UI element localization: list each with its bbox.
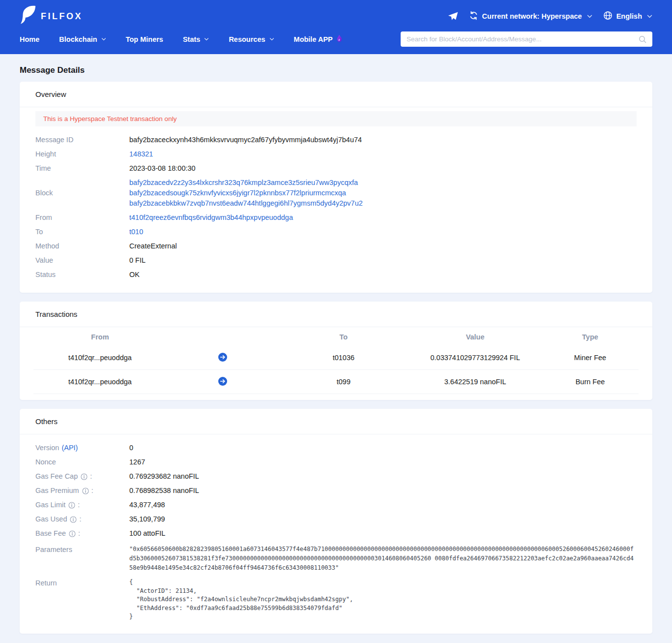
search-input[interactable]: [407, 35, 639, 43]
gas-fee-cap-value: 0.769293682 nanoFIL: [129, 471, 637, 482]
nav-home[interactable]: Home: [20, 35, 39, 43]
row-nonce: Nonce 1267: [35, 455, 637, 469]
row-block: Block bafy2bzacedv2z2y3s4lxkcrshr323q76k…: [35, 176, 637, 211]
row-to: To t010: [35, 225, 637, 239]
tx-value: 0.033741029773129924 FIL: [409, 354, 542, 362]
chevron-down-icon: [647, 15, 652, 18]
others-card-title: Others: [20, 409, 652, 434]
method-label: Method: [35, 241, 129, 251]
message-id-label: Message ID: [35, 135, 129, 145]
nav-blockchain[interactable]: Blockchain: [59, 35, 106, 43]
nav-stats[interactable]: Stats: [183, 35, 209, 43]
testnet-notice: This is a Hyperspace Testnet transaction…: [35, 111, 637, 126]
to-address-link[interactable]: t010: [129, 228, 143, 236]
others-card: Others Version (API) 0 Nonce 1267 Gas Fe…: [20, 409, 652, 634]
chevron-down-icon: [269, 38, 274, 41]
others-rows: Version (API) 0 Nonce 1267 Gas Fee Cap :…: [20, 434, 652, 634]
main-content: Message Details Overview This is a Hyper…: [0, 65, 672, 643]
height-link[interactable]: 148321: [129, 150, 153, 158]
info-icon[interactable]: [82, 488, 89, 494]
chevron-down-icon: [101, 38, 106, 41]
arrow-right-circle-icon: [218, 353, 227, 363]
gas-limit-value: 43,877,498: [129, 500, 637, 510]
row-time: Time 2023-03-08 18:00:30: [35, 161, 637, 176]
row-status: Status OK: [35, 268, 637, 282]
nav-resources-label: Resources: [229, 35, 265, 43]
row-height: Height 148321: [35, 147, 637, 161]
language-label: English: [616, 12, 642, 20]
transactions-table-header: From To Value Type: [33, 328, 639, 346]
tx-from: t410f2qr...peuoddga: [33, 378, 167, 386]
language-selector[interactable]: English: [603, 11, 652, 22]
row-gas-premium: Gas Premium : 0.768982538 nanoFIL: [35, 484, 637, 498]
transaction-row: t410f2qr...peuoddga t01036 0.03374102977…: [33, 346, 639, 370]
gas-premium-label: Gas Premium: [35, 486, 79, 496]
block-link[interactable]: bafy2bzacedsougk75zknvfyvicxs6jyigr7l2pk…: [129, 188, 637, 198]
nav-resources[interactable]: Resources: [229, 35, 274, 43]
page-title: Message Details: [20, 65, 652, 75]
gas-used-label: Gas Used: [35, 514, 67, 524]
search-icon[interactable]: [639, 35, 646, 43]
parameters-value: "0x60566050600b82828239805160001a6073146…: [129, 545, 637, 573]
nav-mobile-app[interactable]: Mobile APP: [294, 34, 343, 44]
row-parameters: Parameters "0x60566050600b82828239805160…: [35, 541, 637, 574]
value-label: Value: [35, 255, 129, 266]
gas-limit-label: Gas Limit: [35, 500, 65, 510]
return-label: Return: [35, 578, 129, 588]
nav-home-label: Home: [20, 35, 39, 43]
height-label: Height: [35, 149, 129, 159]
method-value: CreateExternal: [129, 241, 637, 251]
row-message-id: Message ID bafy2bzaceckxynh43h6mkksvrvuq…: [35, 133, 637, 147]
label-colon: :: [90, 471, 92, 482]
filfox-logo[interactable]: FILFOX: [20, 5, 83, 27]
block-label: Block: [35, 188, 129, 198]
network-selector[interactable]: Current network: Hyperspace: [469, 11, 592, 22]
status-value: OK: [129, 270, 637, 280]
column-value: Value: [409, 333, 542, 341]
parameters-label: Parameters: [35, 545, 129, 555]
row-base-fee: Base Fee : 100 attoFIL: [35, 526, 637, 541]
row-return: Return { "ActorID": 21134, "RobustAddres…: [35, 574, 637, 623]
row-value: Value 0 FIL: [35, 253, 637, 268]
gas-premium-value: 0.768982538 nanoFIL: [129, 486, 637, 496]
network-label: Current network: Hyperspace: [482, 12, 582, 20]
return-value: { "ActorID": 21134, "RobustAddress": "f2…: [129, 578, 637, 621]
block-link[interactable]: bafy2bzacebkbkw7zvqb7nvst6eadw744htlggeg…: [129, 198, 637, 209]
tx-to: t01036: [279, 354, 409, 362]
tx-from: t410f2qr...peuoddga: [33, 354, 167, 362]
chevron-down-icon: [587, 15, 592, 18]
row-from: From t410f2qreez6evnfbqs6rvidgwm3b44hpxp…: [35, 211, 637, 225]
info-icon[interactable]: [81, 473, 88, 480]
from-address-link[interactable]: t410f2qreez6evnfbqs6rvidgwm3b44hpxpvpeuo…: [129, 214, 293, 221]
base-fee-label: Base Fee: [35, 528, 66, 539]
version-value: 0: [129, 443, 637, 453]
to-label: To: [35, 227, 129, 237]
overview-card: Overview This is a Hyperspace Testnet tr…: [20, 82, 652, 293]
tx-type: Burn Fee: [542, 378, 639, 386]
gas-used-value: 35,109,799: [129, 514, 637, 524]
info-icon[interactable]: [69, 530, 76, 537]
nav-blockchain-label: Blockchain: [59, 35, 97, 43]
row-gas-fee-cap: Gas Fee Cap : 0.769293682 nanoFIL: [35, 469, 637, 484]
nav-top-miners[interactable]: Top Miners: [126, 35, 163, 43]
time-value: 2023-03-08 18:00:30: [129, 163, 637, 174]
info-icon[interactable]: [68, 502, 75, 509]
transaction-row: t410f2qr...peuoddga t099 3.6422519 nanoF…: [33, 370, 639, 394]
nav-stats-label: Stats: [183, 35, 200, 43]
telegram-icon[interactable]: [448, 12, 458, 21]
overview-card-title: Overview: [20, 82, 652, 107]
transactions-card: Transactions From To Value Type t410f2qr…: [20, 302, 652, 400]
api-version-link[interactable]: (API): [61, 443, 78, 453]
info-icon[interactable]: [70, 516, 77, 523]
row-version: Version (API) 0: [35, 441, 637, 455]
row-gas-used: Gas Used : 35,109,799: [35, 512, 637, 526]
gas-fee-cap-label: Gas Fee Cap: [35, 471, 78, 482]
label-colon: :: [78, 500, 80, 510]
block-link[interactable]: bafy2bzacedv2z2y3s4lxkcrshr323q76kmplz3a…: [129, 178, 637, 188]
search-box: [401, 31, 652, 47]
tx-to: t099: [279, 378, 409, 386]
transactions-table: From To Value Type t410f2qr...peuoddga t…: [20, 327, 652, 400]
time-label: Time: [35, 163, 129, 174]
nav-top-miners-label: Top Miners: [126, 35, 163, 43]
message-id-value: bafy2bzaceckxynh43h6mkksvrvuqmyc2af67yfy…: [129, 135, 637, 145]
